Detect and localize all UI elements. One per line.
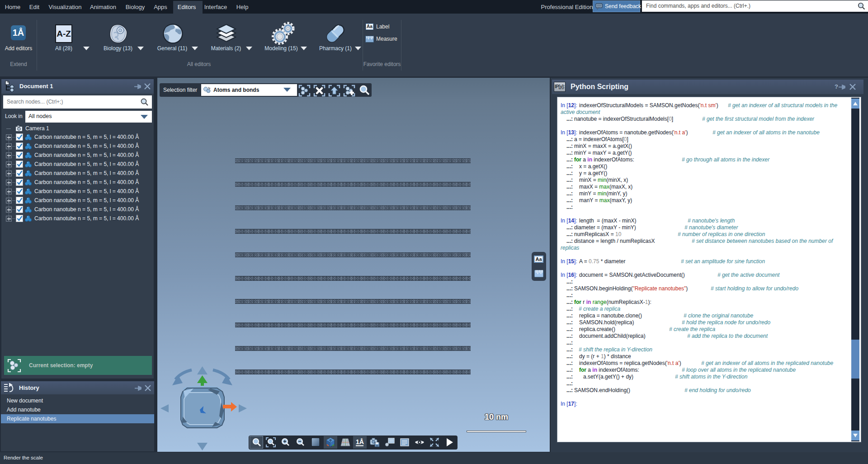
svg-text:1Å: 1Å <box>356 438 364 445</box>
